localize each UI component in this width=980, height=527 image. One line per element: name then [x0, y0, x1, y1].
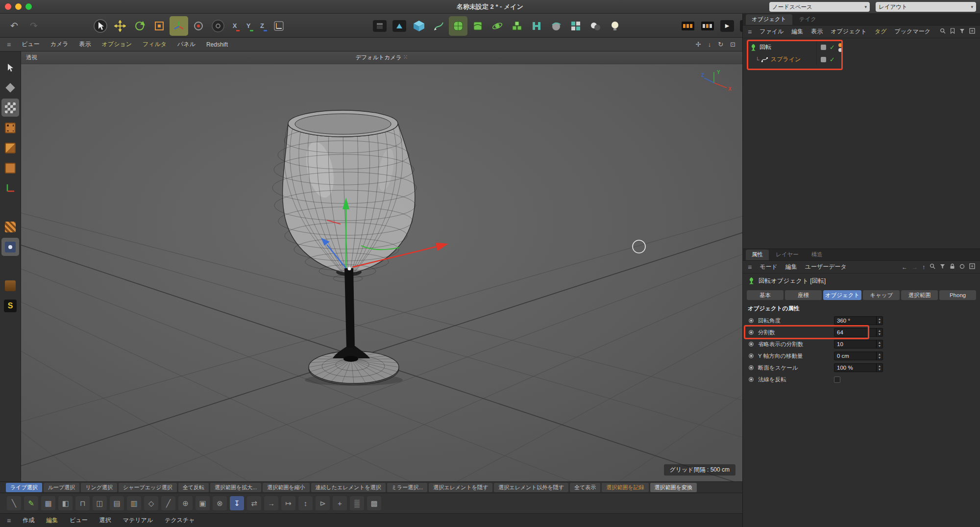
menu-panel[interactable]: パネル — [177, 40, 196, 49]
stepper-icon[interactable]: ▲▼ — [876, 328, 882, 336]
bend-deformer-icon[interactable] — [468, 16, 487, 36]
undo-icon[interactable]: ↶ — [5, 16, 24, 36]
pencil-icon[interactable]: ✎ — [24, 496, 38, 510]
scale-tool-icon[interactable] — [150, 16, 169, 36]
cloner-icon[interactable] — [508, 16, 526, 36]
movement-field[interactable]: 0 cm▲▼ — [834, 351, 883, 360]
axis-mode-icon[interactable] — [1, 179, 19, 197]
updown-icon[interactable]: ↕ — [298, 496, 313, 510]
at-menu-mode[interactable]: モード — [760, 263, 778, 271]
menu-view[interactable]: ビュー — [22, 40, 40, 49]
sharp-edge-selection-button[interactable]: シャープエッジ選択 — [119, 483, 177, 492]
snap-circle-icon[interactable] — [209, 16, 227, 36]
angle-field[interactable]: 360 °▲▼ — [834, 316, 883, 325]
shrink-selection-button[interactable]: 選択範囲を縮小 — [263, 483, 309, 492]
plus-icon[interactable]: + — [333, 496, 347, 510]
animation-dot-icon[interactable] — [749, 365, 754, 370]
cube-primitive-icon[interactable] — [410, 16, 428, 36]
hatch-icon[interactable]: ▩ — [367, 496, 381, 510]
tab-selection[interactable]: 選択範囲 — [901, 290, 938, 300]
live-selection-icon[interactable] — [91, 16, 110, 36]
tab-attributes[interactable]: 属性 — [746, 250, 769, 260]
orbit-view-icon[interactable]: ↻ — [718, 41, 723, 48]
ring-selection-button[interactable]: リング選択 — [81, 483, 117, 492]
tab-object[interactable]: オブジェクト — [823, 290, 862, 300]
forward-arrow-icon[interactable]: → — [912, 264, 918, 271]
tab-phong[interactable]: Phong — [939, 290, 976, 300]
subdivisions-field[interactable]: 64▲▼ — [834, 328, 883, 337]
bookmark-icon[interactable] — [950, 28, 955, 35]
enabled-check-icon[interactable]: ✓ — [830, 44, 835, 50]
convert-selection-button[interactable]: 選択範囲を変換 — [650, 483, 697, 492]
invert-all-button[interactable]: 全て反転 — [178, 483, 209, 492]
diamond-icon[interactable]: ◇ — [144, 496, 158, 510]
menu-options[interactable]: オプション — [102, 40, 132, 49]
lock-z-axis-button[interactable]: Z — [256, 19, 269, 33]
lock-y-axis-button[interactable]: Y — [242, 19, 255, 33]
polygon-mode-icon[interactable] — [1, 159, 19, 177]
zoom-window-button[interactable] — [25, 3, 32, 10]
take-filmstrip2-icon[interactable] — [698, 16, 717, 36]
edge-mode-icon[interactable] — [1, 139, 19, 157]
frame-icon[interactable] — [969, 28, 975, 35]
scene-canvas[interactable] — [21, 64, 742, 481]
lock-icon[interactable] — [950, 263, 955, 271]
hide-selected-button[interactable]: 選択エレメントを隠す — [429, 483, 492, 492]
at-menu-userdata[interactable]: ユーザーデータ — [805, 263, 847, 271]
animation-dot-icon[interactable] — [749, 318, 754, 323]
grow-selection-button[interactable]: 選択範囲を拡大... — [210, 483, 261, 492]
dissolve-icon[interactable]: ⊗ — [213, 496, 227, 510]
tab-caps[interactable]: キャップ — [863, 290, 900, 300]
material-balls-icon[interactable] — [586, 16, 605, 36]
tab-structure[interactable]: 構造 — [806, 250, 829, 260]
triangle-right-icon[interactable]: ⊳ — [316, 496, 330, 510]
solid-square-icon[interactable]: ▣ — [196, 496, 210, 510]
tab-basic[interactable]: 基本 — [747, 290, 784, 300]
layer-toggle-icon[interactable] — [821, 45, 826, 50]
om-menu-view[interactable]: 表示 — [811, 27, 823, 36]
lock-x-axis-button[interactable]: X — [228, 19, 241, 33]
bridge-icon[interactable]: ⊓ — [75, 496, 90, 510]
mograph-icon[interactable] — [488, 16, 507, 36]
scaling-field[interactable]: 100 %▲▼ — [834, 363, 883, 372]
menu-material[interactable]: マテリアル — [123, 516, 153, 525]
half-square-icon[interactable]: ◧ — [58, 496, 73, 510]
dolly-view-icon[interactable]: ↓ — [708, 41, 711, 48]
workplane-mode-icon[interactable] — [1, 218, 19, 236]
pan-view-icon[interactable]: ✢ — [696, 41, 701, 48]
menu-texture[interactable]: テクスチャ — [165, 516, 195, 525]
split-square-icon[interactable]: ◫ — [93, 496, 107, 510]
layer-toggle-icon[interactable] — [821, 57, 826, 62]
dynamics-icon[interactable] — [547, 16, 565, 36]
isoline-field[interactable]: 10▲▼ — [834, 340, 883, 349]
move-tool-icon[interactable] — [111, 16, 129, 36]
tweak-mode-icon[interactable] — [1, 58, 19, 76]
menu-display[interactable]: 表示 — [79, 40, 91, 49]
arrow-right-icon[interactable]: → — [264, 496, 278, 510]
menu-select[interactable]: 選択 — [99, 516, 111, 525]
unhide-all-button[interactable]: 全て表示 — [570, 483, 600, 492]
om-menu-edit[interactable]: 編集 — [791, 27, 803, 36]
extrude-down-icon[interactable]: ↧ — [230, 496, 244, 510]
redo-icon[interactable]: ↷ — [24, 16, 43, 36]
loop-selection-button[interactable]: ループ選択 — [44, 483, 80, 492]
at-menu-edit[interactable]: 編集 — [785, 263, 797, 271]
hamburger-icon[interactable]: ≡ — [7, 517, 11, 525]
axis-navigation-gizmo[interactable]: Y Z X — [701, 68, 733, 96]
record-selection-button[interactable]: 選択範囲を記録 — [602, 483, 648, 492]
texture-mode-icon[interactable] — [1, 99, 19, 117]
tree-row-spline[interactable]: └ スプライン ✓ — [743, 53, 980, 66]
rotate-snap-icon[interactable] — [189, 16, 208, 36]
hamburger-icon[interactable]: ≡ — [748, 263, 752, 271]
close-window-button[interactable] — [5, 3, 11, 10]
rotate-tool-icon[interactable] — [130, 16, 149, 36]
paint-icon[interactable] — [1, 276, 19, 295]
add-panel-icon[interactable] — [969, 263, 975, 271]
menu-redshift[interactable]: Redshift — [206, 41, 228, 48]
animation-dot-icon[interactable] — [749, 330, 754, 335]
substance-s-icon[interactable]: S — [1, 297, 19, 315]
animation-dot-icon[interactable] — [749, 377, 754, 382]
volume-icon[interactable] — [527, 16, 546, 36]
play-icon[interactable]: ▶ — [718, 16, 736, 36]
minimize-window-button[interactable] — [15, 3, 22, 10]
